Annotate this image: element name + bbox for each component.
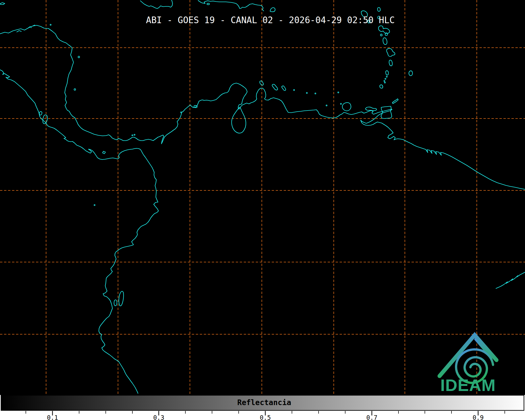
image-title: ABI - GOES 19 - CANAL 02 - 2026-04-29 02… bbox=[146, 15, 395, 25]
goes-satellite-image: ABI - GOES 19 - CANAL 02 - 2026-04-29 02… bbox=[0, 0, 525, 420]
colorbar-tick-label: 0.3 bbox=[153, 414, 164, 420]
ideam-wordmark: IDEAM bbox=[440, 376, 496, 394]
colorbar-label: Reflectancia bbox=[237, 398, 291, 407]
satellite-image-viewport: ABI - GOES 19 - CANAL 02 - 2026-04-29 02… bbox=[0, 0, 525, 420]
colorbar-tick-label: 0.5 bbox=[260, 414, 271, 420]
colorbar-tick-label: 0.7 bbox=[366, 414, 377, 420]
map-background bbox=[0, 0, 525, 395]
colorbar-tick-label: 0.1 bbox=[47, 414, 58, 420]
colorbar-tick-label: 0.9 bbox=[473, 414, 484, 420]
